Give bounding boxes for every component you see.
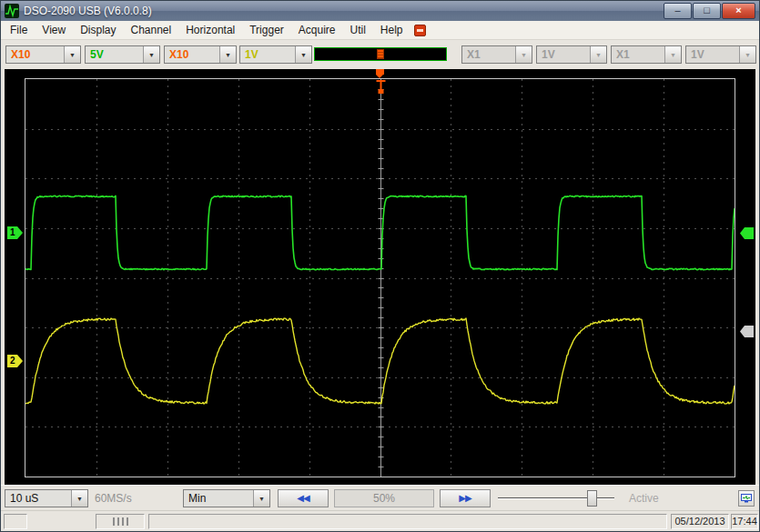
chevron-down-icon: ▼ xyxy=(664,46,681,63)
trigger-horizontal-pin-icon[interactable] xyxy=(376,69,384,75)
menu-acquire[interactable]: Acquire xyxy=(291,22,343,38)
menu-channel[interactable]: Channel xyxy=(124,22,179,38)
sample-rate-label: 60MS/s xyxy=(95,492,132,505)
ch2-probe-select[interactable]: X10 ▼ xyxy=(164,45,237,64)
minimize-button[interactable]: – xyxy=(664,3,692,19)
trigger-position-slider[interactable] xyxy=(314,47,447,61)
acquire-mode-value: Min xyxy=(184,490,253,507)
ch2-volts-select[interactable]: 1V ▼ xyxy=(239,45,312,64)
menu-red-icon[interactable] xyxy=(414,25,426,36)
titlebar[interactable]: DSO-2090 USB (V6.0.0.8) – □ × xyxy=(1,1,759,21)
menubar: File View Display Channel Horizontal Tri… xyxy=(1,21,759,40)
pan-left-button[interactable]: ◀◀ xyxy=(278,489,329,507)
chevron-down-icon[interactable]: ▼ xyxy=(295,46,311,63)
ch2-position-marker[interactable]: 2 xyxy=(7,355,23,367)
ch1-position-marker[interactable]: 1 xyxy=(7,226,23,239)
ext-probe-select-disabled: X1 ▼ xyxy=(611,45,682,64)
ch2-probe-value: X10 xyxy=(165,46,219,63)
ext-probe-select-disabled: X1 ▼ xyxy=(461,45,532,64)
timebase-select[interactable]: 10 uS ▼ xyxy=(5,489,88,507)
menu-display[interactable]: Display xyxy=(73,22,123,38)
chevron-down-icon[interactable]: ▼ xyxy=(253,490,269,507)
status-date: 05/12/2013 xyxy=(671,514,729,529)
buffer-position-slider[interactable] xyxy=(498,489,614,507)
menu-util[interactable]: Util xyxy=(343,22,373,38)
scope-display: 1 2 xyxy=(5,69,755,485)
menu-horizontal[interactable]: Horizontal xyxy=(178,22,242,38)
ch1-probe-value: X10 xyxy=(6,46,64,63)
level-bars-icon xyxy=(113,517,128,526)
chevron-down-icon[interactable]: ▼ xyxy=(71,490,87,507)
maximize-button[interactable]: □ xyxy=(693,3,721,19)
display-settings-button[interactable] xyxy=(738,490,755,507)
statusbar: 05/12/2013 17:44 xyxy=(1,510,759,531)
menu-trigger[interactable]: Trigger xyxy=(242,22,291,38)
chevron-down-icon: ▼ xyxy=(739,46,755,63)
ext-volts-select-disabled: 1V ▼ xyxy=(685,45,756,64)
active-status-label: Active xyxy=(629,492,659,505)
ch1-right-marker-icon[interactable] xyxy=(740,227,754,239)
status-pane-left xyxy=(4,514,27,529)
ch1-volts-select[interactable]: 5V ▼ xyxy=(85,45,160,64)
timebase-value: 10 uS xyxy=(5,490,71,507)
trigger-level-marker-icon[interactable] xyxy=(740,326,754,337)
close-button[interactable]: × xyxy=(722,3,755,19)
acquire-mode-select[interactable]: Min ▼ xyxy=(183,489,270,507)
ext-volts-select-disabled: 1V ▼ xyxy=(536,45,607,64)
chevron-down-icon[interactable]: ▼ xyxy=(143,46,159,63)
menu-view[interactable]: View xyxy=(35,22,73,38)
waveform-canvas[interactable] xyxy=(25,79,735,477)
chevron-down-icon: ▼ xyxy=(515,46,532,63)
ch2-volts-value: 1V xyxy=(240,46,295,63)
status-pane-message xyxy=(148,514,667,529)
monitor-icon xyxy=(741,493,752,504)
chevron-down-icon[interactable]: ▼ xyxy=(64,46,80,63)
app-window: DSO-2090 USB (V6.0.0.8) – □ × File View … xyxy=(0,0,760,532)
slider-thumb[interactable] xyxy=(587,490,597,507)
pan-right-button[interactable]: ▶▶ xyxy=(440,489,491,507)
menu-help[interactable]: Help xyxy=(373,22,410,38)
toolbar: X10 ▼ 5V ▼ X10 ▼ 1V ▼ X1 ▼ 1V ▼ X1 ▼ xyxy=(1,41,759,69)
ch1-volts-value: 5V xyxy=(86,46,143,63)
ch1-probe-select[interactable]: X10 ▼ xyxy=(5,45,81,64)
scope-grid-frame xyxy=(25,78,735,477)
menu-file[interactable]: File xyxy=(3,22,35,38)
chevron-down-icon: ▼ xyxy=(590,46,606,63)
trigger-position-handle-icon[interactable] xyxy=(377,49,384,59)
status-pane-bars xyxy=(96,514,145,529)
bottom-toolbar: 10 uS ▼ 60MS/s Min ▼ ◀◀ 50% ▶▶ Active xyxy=(1,485,759,510)
buffer-position-indicator: 50% xyxy=(334,489,434,507)
window-title: DSO-2090 USB (V6.0.0.8) xyxy=(24,5,664,17)
status-time: 17:44 xyxy=(731,514,758,529)
chevron-down-icon[interactable]: ▼ xyxy=(219,46,236,63)
app-icon xyxy=(5,4,19,18)
